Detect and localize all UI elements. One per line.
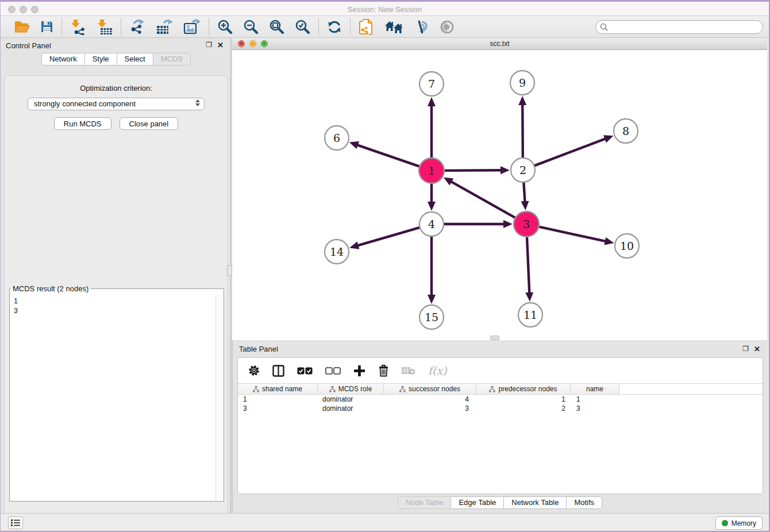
control-panel-title: Control Panel [6,41,51,50]
function-builder-icon: f(x) [428,364,447,377]
tab-style[interactable]: Style [85,53,117,65]
table-header-row: shared name MCDS role successor nodes pr… [238,383,763,395]
graph-node-label: 3 [523,218,530,230]
graph-edge-arrow [349,141,359,149]
tab-select[interactable]: Select [117,53,153,65]
graph-edge[interactable] [527,236,529,294]
node-table-container: f(x) shared name MCDS role successor nod… [237,357,763,494]
graph-edge-arrow [525,292,533,302]
network-view-window: ✕ − + scc.txt 7968124314101511 [232,38,767,340]
import-network-icon[interactable] [70,19,86,35]
graph-edge-arrow [500,166,510,174]
vertical-splitter-grip[interactable] [227,265,232,276]
export-image-icon[interactable] [183,19,201,35]
graph-node-label: 9 [519,76,526,89]
refresh-icon[interactable] [327,20,342,34]
first-neighbors-icon[interactable] [384,20,403,34]
open-session-icon[interactable] [14,20,30,33]
network-window-title: scc.txt [232,40,767,48]
graph-node-label: 15 [425,311,438,323]
graph-edge[interactable] [357,228,421,246]
application-window: Session: New Session [0,0,770,532]
memory-status-dot [722,520,728,526]
column-header-name[interactable]: name [571,384,619,394]
tab-motifs[interactable]: Motifs [567,496,602,509]
show-details-icon[interactable] [440,20,455,34]
import-table-icon[interactable] [97,19,113,35]
column-header-shared-name[interactable]: shared name [238,384,318,394]
horizontal-splitter-grip[interactable] [490,336,499,340]
table-panel-tabs: Node Table Edge Table Network Table Moti… [233,496,767,509]
tab-node-table[interactable]: Node Table [398,496,452,509]
select-all-icon[interactable] [297,367,313,375]
graph-edge-arrow [428,97,436,106]
close-panel-button[interactable]: Close panel [120,117,179,130]
tab-network[interactable]: Network [41,53,85,65]
run-mcds-button[interactable]: Run MCDS [54,117,111,130]
mcds-result-title: MCDS result (2 nodes) [11,284,90,293]
search-input[interactable] [595,20,763,34]
duplicate-network-icon[interactable] [359,18,374,36]
deselect-all-icon[interactable] [325,367,341,375]
delete-column-icon[interactable] [378,364,389,377]
add-column-icon[interactable] [353,365,365,377]
table-settings-gear-icon[interactable] [248,365,260,376]
graph-edge[interactable] [444,170,502,171]
table-panel-float-icon[interactable]: ❐ [742,345,749,353]
graph-edge[interactable] [357,145,420,167]
graph-node-label: 7 [428,78,435,90]
graph-edge[interactable] [538,226,606,241]
memory-button[interactable]: Memory [715,516,763,530]
save-session-icon[interactable] [40,20,53,33]
tab-mcds[interactable]: MCDS [153,53,191,65]
tab-edge-table[interactable]: Edge Table [451,496,504,509]
status-bar: Memory [1,513,769,532]
column-header-mcds-role[interactable]: MCDS role [318,384,384,394]
graph-edge-arrow [604,237,614,245]
table-row[interactable]: 1 dominator 4 1 1 [238,395,763,404]
task-history-button[interactable] [8,516,23,529]
graph-edge[interactable] [451,182,516,218]
table-row[interactable]: 3 dominator 3 2 3 [238,404,763,413]
export-table-icon[interactable] [156,19,173,35]
graph-node-label: 8 [622,125,629,137]
fit-content-icon[interactable] [269,19,284,34]
network-graph[interactable]: 7968124314101511 [232,50,767,340]
graph-edge-arrow [428,295,436,304]
mcds-panel: Optimization criterion: strongly connect… [4,75,228,532]
control-panel-close-icon[interactable]: ✕ [217,41,224,49]
hierarchy-icon [329,386,336,392]
zoom-out-icon[interactable] [243,19,259,34]
column-header-successor-nodes[interactable]: successor nodes [384,384,476,394]
graph-edge-arrow [521,201,529,210]
column-header-predecessor-nodes[interactable]: predecessor nodes [476,384,571,394]
graph-edge[interactable] [522,104,523,159]
main-toolbar [1,16,769,38]
show-columns-icon[interactable] [272,365,284,377]
zoom-selected-icon[interactable] [295,19,310,34]
tab-network-table[interactable]: Network Table [504,496,567,509]
network-canvas[interactable]: 7968124314101511 [232,50,767,340]
graph-edge[interactable] [534,138,606,166]
hide-details-icon[interactable] [414,20,429,34]
control-panel-float-icon[interactable]: ❐ [206,41,212,49]
export-network-icon[interactable] [129,19,145,35]
graph-edge-arrow [349,241,359,249]
graph-edge[interactable] [523,182,525,202]
memory-label: Memory [732,519,756,527]
graph-node-label: 2 [519,164,526,176]
graph-node-label: 14 [330,245,344,258]
table-panel-close-icon[interactable]: ✕ [754,345,760,353]
graph-node-label: 1 [428,164,435,177]
zoom-in-icon[interactable] [217,19,233,34]
control-panel: Control Panel ❐ ✕ Network Style Select M… [1,38,232,513]
criterion-select[interactable]: strongly connected component [28,98,205,110]
graph-edge-arrow [503,220,513,228]
chevron-updown-icon [195,99,200,106]
mcds-result-scrollbar[interactable] [215,295,223,500]
hierarchy-icon [399,386,406,392]
graph-node-label: 11 [523,309,537,321]
mcds-result-text[interactable]: 1 3 [10,295,223,500]
graph-node-label: 6 [333,132,340,144]
search-field-wrap [595,20,763,34]
